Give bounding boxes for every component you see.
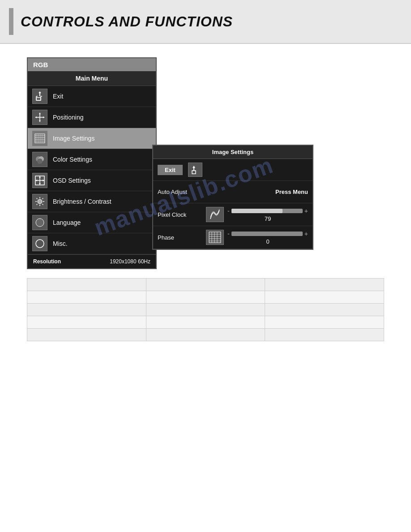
svg-rect-0 xyxy=(36,98,41,100)
image-settings-exit-icon xyxy=(188,163,202,177)
auto-adjust-label: Auto Adjust xyxy=(158,189,202,195)
menu-item-osd-settings[interactable]: OSD Settings xyxy=(28,170,156,191)
image-settings-icon xyxy=(32,131,47,146)
table-cell xyxy=(146,329,265,341)
menu-brightness-label: Brightness / Contrast xyxy=(53,198,111,205)
svg-point-43 xyxy=(36,240,44,248)
resolution-label: Resolution xyxy=(33,258,61,265)
menu-positioning-label: Positioning xyxy=(53,114,84,121)
positioning-icon xyxy=(32,110,47,125)
menu-item-language[interactable]: Language xyxy=(28,212,156,233)
header-accent xyxy=(9,8,13,35)
menu-osd-settings-label: OSD Settings xyxy=(53,177,91,184)
resolution-value: 1920x1080 60Hz xyxy=(110,258,150,265)
phase-value: 0 xyxy=(266,238,269,245)
table-cell xyxy=(27,279,146,291)
pixel-clock-icon xyxy=(206,207,224,222)
menu-item-image-settings[interactable]: Image Settings xyxy=(28,128,156,149)
menu-item-positioning[interactable]: Positioning xyxy=(28,107,156,128)
table-cell xyxy=(27,304,146,316)
menu-item-exit[interactable]: Exit xyxy=(28,86,156,107)
phase-icon xyxy=(206,230,224,245)
main-menu-title: Main Menu xyxy=(28,71,156,86)
data-table xyxy=(27,278,384,341)
content-area: RGB Main Menu Exit xyxy=(0,57,411,269)
menu-language-label: Language xyxy=(53,219,81,226)
menu-misc-label: Misc. xyxy=(53,240,68,247)
phase-control: - + 0 xyxy=(227,230,308,245)
page-title: CONTROLS AND FUNCTIONS xyxy=(21,13,233,30)
image-settings-exit-row: Exit xyxy=(153,159,313,181)
svg-point-33 xyxy=(38,199,42,204)
table-cell xyxy=(146,279,265,291)
menu-color-settings-label: Color Settings xyxy=(53,156,92,163)
exit-icon xyxy=(32,89,47,104)
svg-line-39 xyxy=(43,204,43,205)
brightness-icon xyxy=(32,194,47,209)
auto-adjust-row: Auto Adjust Press Menu xyxy=(153,181,313,203)
osd-settings-icon xyxy=(32,173,47,188)
svg-marker-46 xyxy=(193,166,195,168)
misc-icon xyxy=(32,236,47,251)
page-header: CONTROLS AND FUNCTIONS xyxy=(0,0,411,44)
svg-line-38 xyxy=(37,198,38,199)
image-settings-exit-button[interactable]: Exit xyxy=(158,165,183,175)
svg-line-40 xyxy=(43,198,43,199)
language-icon xyxy=(32,215,47,230)
pixel-clock-control: - + 79 xyxy=(227,207,308,222)
svg-marker-13 xyxy=(43,116,45,118)
svg-line-41 xyxy=(37,204,38,205)
table-cell xyxy=(27,316,146,329)
menu-image-settings-label: Image Settings xyxy=(53,135,94,142)
phase-track xyxy=(231,232,303,236)
pixel-clock-minus[interactable]: - xyxy=(227,207,230,215)
phase-minus[interactable]: - xyxy=(227,230,230,237)
svg-rect-44 xyxy=(192,171,196,174)
rgb-bar: RGB xyxy=(28,58,156,71)
svg-point-42 xyxy=(36,219,44,227)
pixel-clock-fill xyxy=(231,209,283,213)
pixel-clock-label: Pixel Clock xyxy=(158,211,202,218)
phase-plus[interactable]: + xyxy=(304,230,308,237)
menu-exit-label: Exit xyxy=(53,93,63,100)
table-cell xyxy=(265,329,384,341)
svg-marker-11 xyxy=(39,120,41,122)
phase-row: Phase - + xyxy=(153,226,313,249)
table-cell xyxy=(27,291,146,304)
resolution-bar: Resolution 1920x1080 60Hz xyxy=(28,254,156,268)
table-cell xyxy=(265,316,384,329)
svg-rect-47 xyxy=(209,232,221,243)
table-cell xyxy=(146,316,265,329)
pixel-clock-plus[interactable]: + xyxy=(304,207,308,215)
table-cell xyxy=(265,304,384,316)
image-settings-panel: Image Settings Exit Auto Adjust Press Me… xyxy=(152,145,313,250)
svg-rect-14 xyxy=(35,134,45,143)
image-settings-title: Image Settings xyxy=(153,146,313,159)
svg-point-25 xyxy=(37,159,43,164)
table-cell xyxy=(146,291,265,304)
pixel-clock-row: Pixel Clock - + 79 xyxy=(153,203,313,226)
color-settings-icon xyxy=(32,152,47,167)
phase-label: Phase xyxy=(158,234,202,241)
menu-item-brightness-contrast[interactable]: Brightness / Contrast xyxy=(28,191,156,212)
svg-marker-10 xyxy=(39,112,41,114)
auto-adjust-action: Press Menu xyxy=(275,189,308,195)
table-cell xyxy=(27,329,146,341)
menu-item-misc[interactable]: Misc. xyxy=(28,233,156,254)
pixel-clock-track xyxy=(231,209,303,213)
osd-main-menu: RGB Main Menu Exit xyxy=(27,57,157,269)
table-cell xyxy=(146,304,265,316)
table-cell xyxy=(265,279,384,291)
pixel-clock-value: 79 xyxy=(265,215,271,222)
table-cell xyxy=(265,291,384,304)
menu-item-color-settings[interactable]: Color Settings xyxy=(28,149,156,170)
svg-marker-12 xyxy=(35,116,37,118)
svg-marker-2 xyxy=(39,91,41,93)
